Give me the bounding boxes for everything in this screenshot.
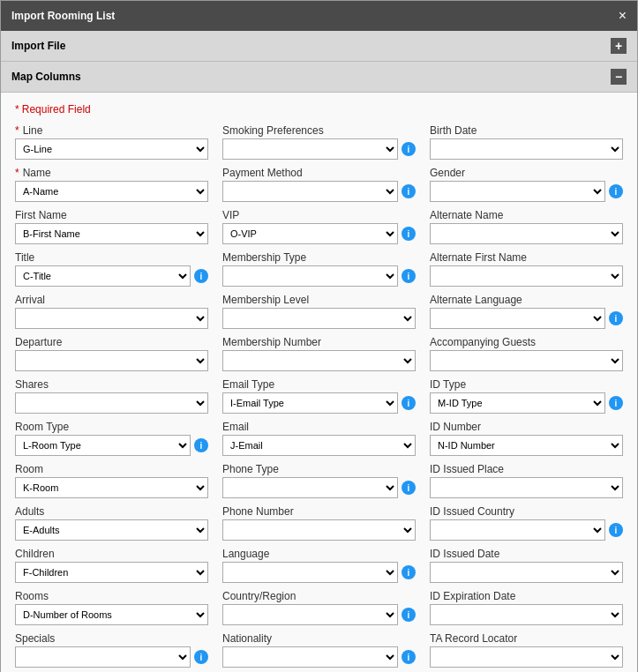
field-row-payment_method: i — [222, 181, 416, 202]
select-id_issued_place[interactable] — [430, 477, 623, 498]
select-payment_method[interactable] — [222, 181, 398, 202]
field-label-alternate_name: Alternate Name — [430, 209, 623, 221]
field-label-text-membership_level: Membership Level — [222, 294, 309, 306]
select-nationality[interactable] — [222, 646, 398, 668]
field-row-id_number: N-ID Number — [430, 435, 623, 456]
field-row-room: K-Room — [15, 477, 208, 498]
select-alternate_first_name[interactable] — [430, 265, 623, 287]
select-rooms[interactable]: D-Number of Rooms — [15, 604, 208, 625]
select-alternate_name[interactable] — [430, 223, 623, 244]
select-language[interactable] — [222, 562, 398, 583]
info-icon-payment_method[interactable]: i — [402, 184, 416, 198]
field-row-id_type: M-ID Typei — [430, 392, 623, 414]
select-accompanying_guests[interactable] — [430, 350, 623, 371]
field-label-accompanying_guests: Accompanying Guests — [430, 336, 623, 348]
select-id_issued_date[interactable] — [430, 562, 623, 583]
select-id_number[interactable]: N-ID Number — [430, 435, 623, 456]
select-room_type[interactable]: L-Room Type — [15, 435, 191, 456]
field-label-text-payment_method: Payment Method — [222, 167, 303, 179]
field-label-text-language: Language — [222, 548, 269, 560]
map-columns-toggle[interactable]: − — [611, 69, 627, 85]
field-label-text-membership_number: Membership Number — [222, 336, 321, 348]
select-smoking_prefs[interactable] — [222, 138, 398, 160]
info-icon-phone_type[interactable]: i — [402, 481, 416, 495]
info-icon-id_type[interactable]: i — [609, 396, 623, 410]
field-group-membership_type: Membership Typei — [222, 251, 416, 287]
select-room[interactable]: K-Room — [15, 477, 208, 498]
select-gender[interactable] — [430, 181, 605, 202]
select-id_issued_country[interactable] — [430, 519, 605, 541]
form-content: * Required Field * LineG-Line* NameA-Nam… — [1, 93, 637, 672]
select-title[interactable]: C-Title — [15, 265, 191, 287]
info-icon-title[interactable]: i — [194, 269, 208, 283]
import-rooming-list-dialog: Import Rooming List × Import File + Map … — [0, 0, 638, 672]
select-ta_record_locator[interactable] — [430, 646, 623, 668]
field-label-arrival: Arrival — [15, 294, 208, 306]
field-row-email_type: I-Email Typei — [222, 392, 416, 414]
select-line[interactable]: G-Line — [15, 138, 208, 160]
field-group-membership_number: Membership Number — [222, 336, 416, 371]
field-label-text-nationality: Nationality — [222, 632, 272, 645]
field-row-membership_number — [222, 350, 416, 371]
select-id_expiration_date[interactable] — [430, 604, 623, 625]
info-icon-language[interactable]: i — [402, 565, 416, 579]
select-phone_number[interactable] — [222, 519, 416, 541]
field-label-name: * Name — [15, 167, 208, 179]
field-label-alternate_language: Alternate Language — [430, 294, 623, 306]
import-file-toggle[interactable]: + — [611, 38, 627, 54]
select-id_type[interactable]: M-ID Type — [430, 392, 605, 414]
field-label-membership_type: Membership Type — [222, 251, 416, 264]
info-icon-country_region[interactable]: i — [402, 608, 416, 622]
select-alternate_language[interactable] — [430, 308, 605, 329]
form-col1: * LineG-Line* NameA-NameFirst NameB-Firs… — [15, 124, 215, 672]
info-icon-alternate_language[interactable]: i — [609, 311, 623, 325]
field-group-title: TitleC-Titlei — [15, 251, 208, 287]
field-label-text-specials: Specials — [15, 632, 55, 645]
select-shares[interactable] — [15, 392, 208, 414]
field-label-text-phone_number: Phone Number — [222, 505, 294, 518]
select-email_type[interactable]: I-Email Type — [222, 392, 398, 414]
select-country_region[interactable] — [222, 604, 398, 625]
field-label-text-first_name: First Name — [15, 209, 67, 221]
field-row-country_region: i — [222, 604, 416, 625]
info-icon-vip[interactable]: i — [402, 227, 416, 241]
select-membership_type[interactable] — [222, 265, 398, 287]
select-specials[interactable] — [15, 646, 191, 668]
select-vip[interactable]: O-VIP — [222, 223, 398, 244]
field-label-text-departure: Departure — [15, 336, 62, 348]
info-icon-id_issued_country[interactable]: i — [609, 523, 623, 537]
info-icon-nationality[interactable]: i — [402, 650, 416, 664]
field-row-title: C-Titlei — [15, 265, 208, 287]
select-name[interactable]: A-Name — [15, 181, 208, 202]
import-file-label: Import File — [11, 40, 65, 52]
info-icon-specials[interactable]: i — [194, 650, 208, 664]
info-icon-room_type[interactable]: i — [194, 438, 208, 452]
field-label-text-children: Children — [15, 548, 55, 560]
info-icon-smoking_prefs[interactable]: i — [402, 142, 416, 156]
info-icon-email_type[interactable]: i — [402, 396, 416, 410]
select-adults[interactable]: E-Adults — [15, 519, 208, 541]
select-arrival[interactable] — [15, 308, 208, 329]
field-label-text-room: Room — [15, 463, 43, 475]
field-label-text-id_issued_country: ID Issued Country — [430, 505, 514, 518]
select-children[interactable]: F-Children — [15, 562, 208, 583]
field-group-birth_date: Birth Date — [430, 124, 623, 160]
select-phone_type[interactable] — [222, 477, 398, 498]
field-group-nationality: Nationalityi — [222, 632, 416, 668]
dialog-title-bar: Import Rooming List × — [1, 1, 637, 31]
info-icon-gender[interactable]: i — [609, 184, 623, 198]
info-icon-membership_type[interactable]: i — [402, 269, 416, 283]
select-first_name[interactable]: B-First Name — [15, 223, 208, 244]
field-row-nationality: i — [222, 646, 416, 668]
field-row-gender: i — [430, 181, 623, 202]
select-birth_date[interactable] — [430, 138, 623, 160]
select-membership_number[interactable] — [222, 350, 416, 371]
field-row-line: G-Line — [15, 138, 208, 160]
select-email[interactable]: J-Email — [222, 435, 416, 456]
close-button[interactable]: × — [619, 8, 627, 24]
field-label-departure: Departure — [15, 336, 208, 348]
required-star: * — [15, 167, 19, 179]
select-membership_level[interactable] — [222, 308, 416, 329]
select-departure[interactable] — [15, 350, 208, 371]
field-label-first_name: First Name — [15, 209, 208, 221]
